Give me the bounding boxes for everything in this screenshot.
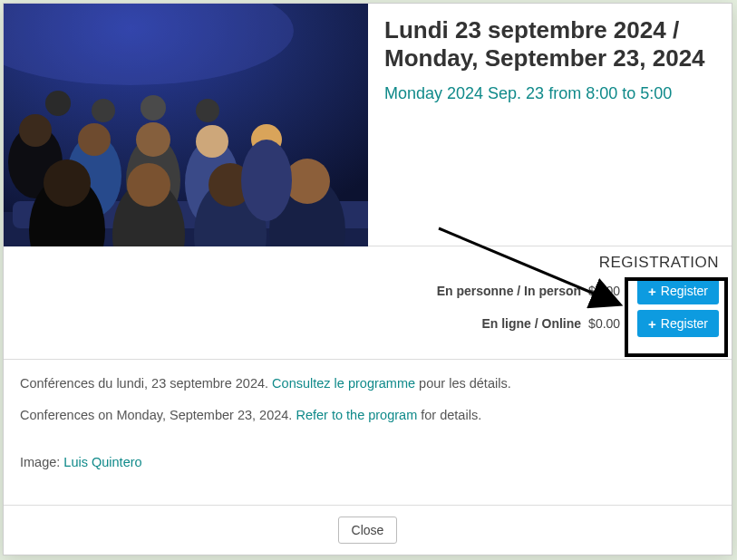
title-block: Lundi 23 septembre 2024 / Monday, Septem…: [368, 4, 732, 246]
registration-section: REGISTRATION En personne / In person $0.…: [4, 246, 732, 360]
svg-point-9: [141, 95, 166, 121]
svg-point-20: [44, 159, 91, 207]
svg-point-10: [196, 99, 219, 122]
svg-point-14: [78, 123, 111, 156]
event-modal: Lundi 23 septembre 2024 / Monday, Septem…: [3, 3, 732, 555]
register-button-in-person[interactable]: + Register: [637, 277, 719, 304]
hero-image: [4, 4, 368, 246]
image-credit-line: Image: Luis Quintero: [20, 451, 715, 474]
registration-price: $0.00: [588, 316, 630, 331]
program-link-fr[interactable]: Consultez le programme: [272, 376, 415, 391]
event-subtitle: Monday 2024 Sep. 23 from 8:00 to 5:00: [384, 84, 715, 103]
event-title: Lundi 23 septembre 2024 / Monday, Septem…: [384, 16, 715, 72]
svg-point-18: [196, 125, 228, 158]
plus-icon: +: [648, 285, 656, 298]
modal-footer: Close: [4, 505, 732, 555]
svg-point-22: [127, 163, 170, 207]
modal-header: Lundi 23 septembre 2024 / Monday, Septem…: [4, 4, 732, 246]
close-button[interactable]: Close: [338, 517, 398, 544]
register-button-label: Register: [661, 284, 708, 298]
svg-point-8: [92, 99, 115, 122]
program-link-en[interactable]: Refer to the program: [296, 408, 417, 422]
registration-option-online: En ligne / Online $0.00 + Register: [16, 310, 719, 337]
registration-label: En personne / In person: [437, 284, 581, 298]
description-line-en: Conferences on Monday, September 23, 202…: [20, 404, 715, 427]
description-line-fr: Conférences du lundi, 23 septembre 2024.…: [20, 372, 715, 395]
svg-point-29: [241, 140, 292, 221]
registration-label: En ligne / Online: [481, 316, 581, 331]
registration-option-in-person: En personne / In person $0.00 + Register: [16, 277, 719, 304]
description-section: Conférences du lundi, 23 septembre 2024.…: [4, 360, 732, 505]
registration-price: $0.00: [588, 284, 630, 298]
plus-icon: +: [648, 317, 656, 331]
svg-point-12: [19, 114, 52, 147]
svg-point-16: [136, 122, 170, 157]
registration-heading: REGISTRATION: [16, 254, 719, 277]
image-credit-link[interactable]: Luis Quintero: [63, 455, 141, 469]
register-button-online[interactable]: + Register: [637, 310, 719, 337]
svg-point-7: [45, 91, 71, 116]
register-button-label: Register: [661, 316, 708, 331]
